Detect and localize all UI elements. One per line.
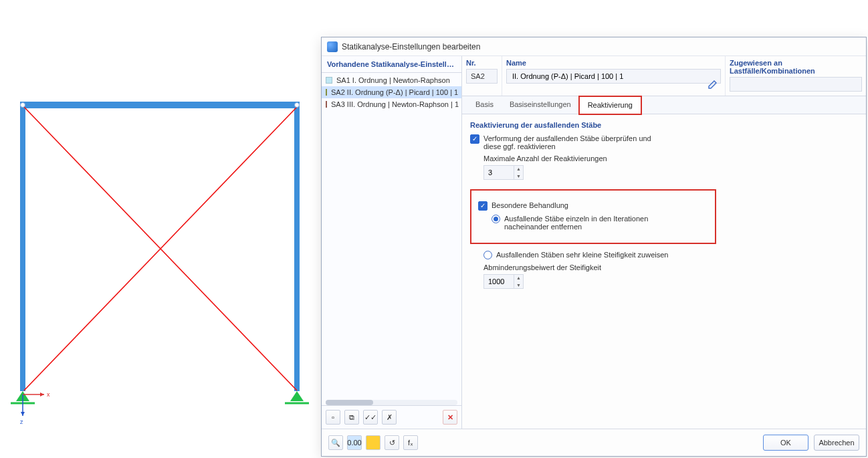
nr-value: SA2 xyxy=(466,69,498,84)
svg-marker-15 xyxy=(21,412,25,416)
svg-text:x: x xyxy=(47,391,50,398)
calc-params-button[interactable]: fₓ xyxy=(403,435,418,450)
tab-basis-settings[interactable]: Basiseinstellungen xyxy=(502,96,579,114)
spinner-up-icon[interactable]: ▲ xyxy=(514,274,523,281)
svg-point-5 xyxy=(21,103,25,108)
copy-item-button[interactable]: ⧉ xyxy=(344,410,359,425)
tab-bar: Basis Basiseinstellungen Reaktivierung xyxy=(462,96,866,114)
cancel-button[interactable]: Abbrechen xyxy=(814,435,859,451)
name-label: Name xyxy=(506,59,721,67)
settings-list-item[interactable]: SA1 I. Ordnung | Newton-Raphson xyxy=(322,74,461,86)
check-all-button[interactable]: ✓✓ xyxy=(363,410,378,425)
settings-list-panel: Vorhandene Statikanalyse-Einstellungen S… xyxy=(322,56,462,429)
color-swatch xyxy=(326,89,327,96)
assign-small-stiffness-label: Ausfallenden Stäben sehr kleine Steifigk… xyxy=(496,251,668,259)
svg-rect-2 xyxy=(20,102,300,108)
stiffness-factor-spinner[interactable]: ▲▼ xyxy=(483,274,524,289)
section-title: Reaktivierung der ausfallenden Stäbe xyxy=(470,121,716,129)
special-treatment-label: Besondere Behandlung xyxy=(492,201,568,209)
new-item-button[interactable]: ▫ xyxy=(326,410,340,425)
name-input[interactable] xyxy=(506,69,721,84)
assigned-loadcases-panel xyxy=(724,121,858,422)
color-swatch xyxy=(326,77,332,84)
assigned-value xyxy=(730,77,862,92)
assigned-label: Zugewiesen an Lastfälle/Kombinationen xyxy=(730,59,862,75)
reset-button[interactable]: ↺ xyxy=(385,435,399,450)
verify-deformation-label: Verformung der ausfallenden Stäbe überpr… xyxy=(483,134,657,150)
settings-list-item[interactable]: SA2 II. Ordnung (P-Δ) | Picard | 100 | 1 xyxy=(322,86,461,98)
svg-marker-9 xyxy=(290,391,304,401)
dialog-title-bar[interactable]: Statikanalyse-Einstellungen bearbeiten xyxy=(322,37,866,56)
list-horizontal-scrollbar[interactable] xyxy=(326,400,457,405)
ok-button[interactable]: OK xyxy=(763,435,808,451)
uncheck-all-button[interactable]: ✗ xyxy=(382,410,397,425)
settings-list-header: Vorhandene Statikanalyse-Einstellungen xyxy=(322,56,461,73)
remove-individually-label: Ausfallende Stäbe einzeln in den Iterati… xyxy=(504,215,671,231)
stiffness-factor-label: Abminderungsbeiwert der Steifigkeit xyxy=(483,263,716,271)
help-button[interactable]: 🔍 xyxy=(328,435,343,450)
static-analysis-settings-dialog: Statikanalyse-Einstellungen bearbeiten V… xyxy=(321,37,867,457)
special-treatment-checkbox[interactable]: ✓ xyxy=(478,201,487,211)
model-viewport[interactable]: x z xyxy=(0,0,321,458)
assign-small-stiffness-radio[interactable] xyxy=(483,251,492,259)
spinner-down-icon[interactable]: ▼ xyxy=(514,173,523,180)
highlight-special-treatment: ✓ Besondere Behandlung Ausfallende Stäbe… xyxy=(470,189,716,244)
delete-item-button[interactable]: ✕ xyxy=(443,410,457,425)
verify-deformation-checkbox[interactable]: ✓ xyxy=(470,134,479,144)
tab-reactivation[interactable]: Reaktivierung xyxy=(579,96,641,114)
svg-marker-12 xyxy=(40,392,44,396)
settings-list-item[interactable]: SA3 III. Ordnung | Newton-Raphson | 1 xyxy=(322,98,461,110)
svg-point-6 xyxy=(295,103,300,108)
edit-name-icon[interactable] xyxy=(708,79,718,90)
svg-rect-0 xyxy=(20,104,25,391)
max-reactivations-spinner[interactable]: ▲▼ xyxy=(483,165,524,180)
color-button[interactable] xyxy=(366,435,381,450)
remove-individually-radio[interactable] xyxy=(492,215,500,223)
support-right-icon xyxy=(285,391,309,403)
dialog-title: Statikanalyse-Einstellungen bearbeiten xyxy=(342,42,480,51)
tab-basis[interactable]: Basis xyxy=(467,96,502,114)
spinner-up-icon[interactable]: ▲ xyxy=(514,165,523,173)
color-swatch xyxy=(326,101,327,108)
app-icon xyxy=(327,41,338,52)
svg-text:z: z xyxy=(20,419,23,425)
svg-rect-1 xyxy=(294,104,300,391)
max-reactivations-label: Maximale Anzahl der Reaktivierungen xyxy=(483,154,716,162)
nr-label: Nr. xyxy=(466,59,498,67)
spinner-down-icon[interactable]: ▼ xyxy=(514,281,523,289)
units-button[interactable]: 0.00 xyxy=(347,435,362,450)
